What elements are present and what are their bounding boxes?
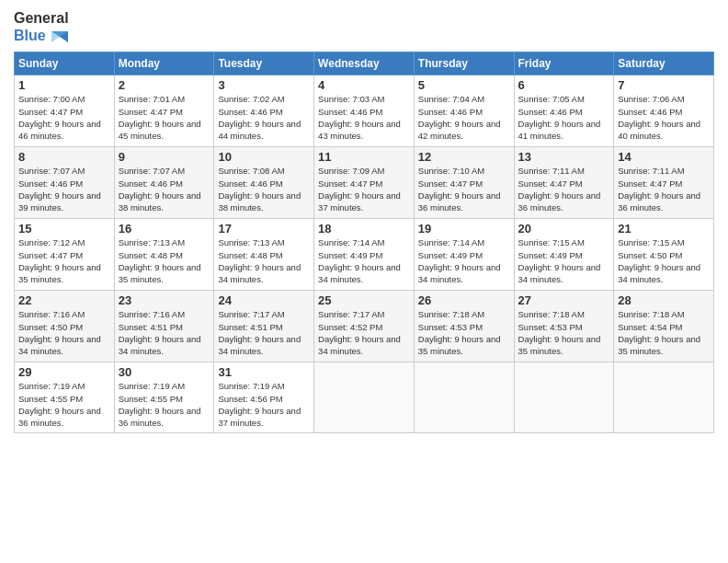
day-info: Sunrise: 7:04 AMSunset: 4:46 PMDaylight:…	[418, 94, 501, 141]
day-info: Sunrise: 7:16 AMSunset: 4:50 PMDaylight:…	[18, 309, 101, 356]
day-of-week-header: Monday	[114, 52, 214, 75]
calendar-week-row: 15 Sunrise: 7:12 AMSunset: 4:47 PMDaylig…	[15, 219, 714, 291]
day-number: 19	[418, 222, 510, 236]
day-of-week-header: Saturday	[614, 52, 714, 75]
day-of-week-header: Friday	[514, 52, 614, 75]
calendar-day-cell: 8 Sunrise: 7:07 AMSunset: 4:46 PMDayligh…	[15, 147, 115, 219]
page-header: General Blue	[14, 9, 714, 44]
day-number: 11	[318, 150, 410, 164]
day-info: Sunrise: 7:02 AMSunset: 4:46 PMDaylight:…	[218, 94, 301, 141]
calendar-day-cell: 18 Sunrise: 7:14 AMSunset: 4:49 PMDaylig…	[314, 219, 415, 291]
day-info: Sunrise: 7:19 AMSunset: 4:56 PMDaylight:…	[218, 381, 301, 428]
day-number: 13	[518, 150, 610, 164]
day-number: 8	[18, 150, 110, 164]
day-number: 22	[18, 293, 110, 307]
calendar-day-cell: 5 Sunrise: 7:04 AMSunset: 4:46 PMDayligh…	[414, 75, 514, 147]
day-number: 18	[318, 222, 410, 236]
calendar-day-cell: 19 Sunrise: 7:14 AMSunset: 4:49 PMDaylig…	[414, 219, 514, 291]
day-info: Sunrise: 7:07 AMSunset: 4:46 PMDaylight:…	[18, 166, 101, 213]
logo: General Blue	[14, 9, 69, 44]
calendar-day-cell: 6 Sunrise: 7:05 AMSunset: 4:46 PMDayligh…	[514, 75, 614, 147]
calendar-week-row: 29 Sunrise: 7:19 AMSunset: 4:55 PMDaylig…	[15, 362, 714, 432]
calendar-day-cell: 2 Sunrise: 7:01 AMSunset: 4:47 PMDayligh…	[114, 75, 214, 147]
day-info: Sunrise: 7:13 AMSunset: 4:48 PMDaylight:…	[119, 237, 201, 284]
day-info: Sunrise: 7:15 AMSunset: 4:50 PMDaylight:…	[618, 237, 700, 284]
day-info: Sunrise: 7:07 AMSunset: 4:46 PMDaylight:…	[119, 166, 201, 213]
calendar-day-cell: 14 Sunrise: 7:11 AMSunset: 4:47 PMDaylig…	[614, 147, 714, 219]
day-number: 25	[318, 293, 410, 307]
day-number: 30	[119, 365, 210, 379]
day-info: Sunrise: 7:14 AMSunset: 4:49 PMDaylight:…	[418, 237, 501, 284]
calendar-day-cell: 23 Sunrise: 7:16 AMSunset: 4:51 PMDaylig…	[114, 291, 214, 362]
day-number: 16	[119, 222, 210, 236]
calendar-day-cell	[514, 362, 614, 432]
calendar-day-cell: 24 Sunrise: 7:17 AMSunset: 4:51 PMDaylig…	[214, 291, 314, 362]
day-number: 21	[618, 222, 710, 236]
day-info: Sunrise: 7:17 AMSunset: 4:52 PMDaylight:…	[318, 309, 401, 356]
day-info: Sunrise: 7:15 AMSunset: 4:49 PMDaylight:…	[518, 237, 601, 284]
calendar-day-cell: 22 Sunrise: 7:16 AMSunset: 4:50 PMDaylig…	[15, 291, 115, 362]
calendar-day-cell: 20 Sunrise: 7:15 AMSunset: 4:49 PMDaylig…	[514, 219, 614, 291]
calendar-day-cell: 21 Sunrise: 7:15 AMSunset: 4:50 PMDaylig…	[614, 219, 714, 291]
day-number: 17	[218, 222, 310, 236]
day-number: 24	[218, 293, 310, 307]
day-info: Sunrise: 7:19 AMSunset: 4:55 PMDaylight:…	[18, 381, 101, 428]
day-number: 2	[119, 78, 210, 92]
day-of-week-header: Thursday	[414, 52, 514, 75]
day-number: 31	[218, 365, 310, 379]
logo-text: General Blue	[14, 9, 69, 44]
calendar-day-cell: 15 Sunrise: 7:12 AMSunset: 4:47 PMDaylig…	[15, 219, 115, 291]
calendar-week-row: 22 Sunrise: 7:16 AMSunset: 4:50 PMDaylig…	[15, 291, 714, 362]
day-info: Sunrise: 7:08 AMSunset: 4:46 PMDaylight:…	[218, 166, 301, 213]
calendar-day-cell: 4 Sunrise: 7:03 AMSunset: 4:46 PMDayligh…	[314, 75, 415, 147]
calendar-day-cell: 16 Sunrise: 7:13 AMSunset: 4:48 PMDaylig…	[114, 219, 214, 291]
calendar-day-cell	[314, 362, 415, 432]
day-number: 6	[518, 78, 610, 92]
day-of-week-header: Tuesday	[214, 52, 314, 75]
day-info: Sunrise: 7:00 AMSunset: 4:47 PMDaylight:…	[18, 94, 101, 141]
calendar-day-cell: 29 Sunrise: 7:19 AMSunset: 4:55 PMDaylig…	[15, 362, 115, 432]
day-number: 26	[418, 293, 510, 307]
day-number: 7	[618, 78, 710, 92]
day-info: Sunrise: 7:14 AMSunset: 4:49 PMDaylight:…	[318, 237, 401, 284]
calendar-day-cell	[414, 362, 514, 432]
day-info: Sunrise: 7:19 AMSunset: 4:55 PMDaylight:…	[119, 381, 201, 428]
calendar-table: SundayMondayTuesdayWednesdayThursdayFrid…	[14, 52, 714, 432]
day-number: 1	[18, 78, 110, 92]
day-info: Sunrise: 7:12 AMSunset: 4:47 PMDaylight:…	[18, 237, 101, 284]
day-of-week-header: Wednesday	[314, 52, 415, 75]
day-number: 3	[218, 78, 310, 92]
day-number: 9	[119, 150, 210, 164]
calendar-day-cell: 1 Sunrise: 7:00 AMSunset: 4:47 PMDayligh…	[15, 75, 115, 147]
day-info: Sunrise: 7:01 AMSunset: 4:47 PMDaylight:…	[119, 94, 201, 141]
day-number: 20	[518, 222, 610, 236]
day-info: Sunrise: 7:09 AMSunset: 4:47 PMDaylight:…	[318, 166, 401, 213]
day-info: Sunrise: 7:18 AMSunset: 4:53 PMDaylight:…	[518, 309, 601, 356]
calendar-page: General Blue SundayMondayTuesdayWednesda…	[0, 0, 728, 563]
day-number: 10	[218, 150, 310, 164]
day-info: Sunrise: 7:06 AMSunset: 4:46 PMDaylight:…	[618, 94, 700, 141]
day-of-week-header: Sunday	[15, 52, 115, 75]
calendar-day-cell: 12 Sunrise: 7:10 AMSunset: 4:47 PMDaylig…	[414, 147, 514, 219]
days-header-row: SundayMondayTuesdayWednesdayThursdayFrid…	[15, 52, 714, 75]
day-info: Sunrise: 7:13 AMSunset: 4:48 PMDaylight:…	[218, 237, 301, 284]
day-info: Sunrise: 7:17 AMSunset: 4:51 PMDaylight:…	[218, 309, 301, 356]
day-number: 15	[18, 222, 110, 236]
day-info: Sunrise: 7:16 AMSunset: 4:51 PMDaylight:…	[119, 309, 201, 356]
calendar-day-cell: 13 Sunrise: 7:11 AMSunset: 4:47 PMDaylig…	[514, 147, 614, 219]
calendar-day-cell: 26 Sunrise: 7:18 AMSunset: 4:53 PMDaylig…	[414, 291, 514, 362]
calendar-day-cell: 9 Sunrise: 7:07 AMSunset: 4:46 PMDayligh…	[114, 147, 214, 219]
calendar-day-cell: 28 Sunrise: 7:18 AMSunset: 4:54 PMDaylig…	[614, 291, 714, 362]
day-number: 12	[418, 150, 510, 164]
day-number: 5	[418, 78, 510, 92]
day-number: 23	[119, 293, 210, 307]
day-info: Sunrise: 7:03 AMSunset: 4:46 PMDaylight:…	[318, 94, 401, 141]
calendar-day-cell: 17 Sunrise: 7:13 AMSunset: 4:48 PMDaylig…	[214, 219, 314, 291]
calendar-day-cell: 10 Sunrise: 7:08 AMSunset: 4:46 PMDaylig…	[214, 147, 314, 219]
day-info: Sunrise: 7:18 AMSunset: 4:54 PMDaylight:…	[618, 309, 700, 356]
calendar-day-cell: 31 Sunrise: 7:19 AMSunset: 4:56 PMDaylig…	[214, 362, 314, 432]
day-number: 14	[618, 150, 710, 164]
calendar-day-cell: 27 Sunrise: 7:18 AMSunset: 4:53 PMDaylig…	[514, 291, 614, 362]
day-info: Sunrise: 7:11 AMSunset: 4:47 PMDaylight:…	[618, 166, 700, 213]
calendar-week-row: 8 Sunrise: 7:07 AMSunset: 4:46 PMDayligh…	[15, 147, 714, 219]
